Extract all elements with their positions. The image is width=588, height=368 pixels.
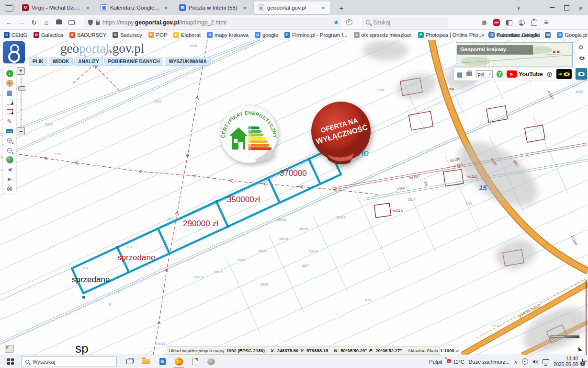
bookmark-item[interactable]: FFirmino.pl - Program f... [284, 32, 348, 38]
speaker-icon[interactable]: )) [532, 359, 538, 364]
menu-widok[interactable]: WIDOK [49, 58, 73, 66]
other-bookmarks[interactable]: Pozostałe zakładki [488, 32, 540, 38]
desktop-toolbar[interactable]: Pulpit» [429, 359, 444, 365]
adblock-icon[interactable]: ABP [490, 17, 503, 28]
deselect-rect-icon[interactable] [6, 108, 14, 116]
extension-icon[interactable] [528, 17, 540, 28]
bookmark-item[interactable]: oolx sprzedz mieszkan [354, 32, 412, 38]
geoportal-logo[interactable] [3, 41, 25, 63]
form-icon[interactable] [457, 70, 463, 79]
calculator-icon[interactable]: ▦ [154, 355, 170, 368]
menu-wyszukiwania[interactable]: WYSZUKIWANIA [165, 58, 210, 66]
youtube-link[interactable]: YouTube [507, 70, 543, 78]
forward-icon[interactable] [15, 17, 28, 28]
gimp-icon[interactable] [203, 355, 219, 368]
tab-geoportal-active[interactable]: g geoportal.gov.pl × [254, 1, 330, 14]
bookmark-item[interactable]: PPOP [148, 32, 167, 38]
account-icon[interactable] [515, 17, 528, 28]
new-tab-button[interactable] [334, 1, 349, 14]
clock[interactable]: 13:402025-05-08 [554, 356, 578, 368]
info-icon[interactable]: i [6, 69, 14, 78]
tab-virgo[interactable]: V Virgo - Michał Dzięcioł × [18, 1, 95, 14]
print-icon[interactable] [53, 17, 65, 28]
zoom-slider-handle[interactable] [18, 86, 25, 91]
helm-icon[interactable] [546, 70, 553, 79]
start-button[interactable] [0, 355, 21, 368]
map-corner-icon[interactable] [5, 345, 14, 353]
weather-desc[interactable]: Duże zachmurz... [469, 359, 510, 365]
measure-icon[interactable] [6, 117, 14, 126]
layers-visibility-button[interactable] [576, 68, 587, 80]
library-icon[interactable] [478, 17, 490, 28]
task-view-button[interactable] [122, 355, 138, 368]
tab-calendar[interactable]: ▦ Kalendarz Google - Tydzień, w × [97, 1, 173, 14]
tab-close-icon[interactable]: × [84, 4, 91, 12]
tab-close-icon[interactable]: × [163, 4, 170, 12]
camera-tray-icon[interactable] [522, 358, 528, 365]
bookmark-item[interactable]: CCEIdG [4, 32, 27, 38]
bookmark-star-icon[interactable] [333, 19, 339, 26]
bookmark-item[interactable]: GGalactica [34, 32, 63, 38]
menu-pobieranie-danych[interactable]: POBIERANIE DANYCH [104, 58, 164, 66]
firefox-view-icon[interactable] [5, 4, 13, 12]
window-restore-button[interactable] [559, 1, 574, 14]
sidebar-icon[interactable] [503, 17, 515, 28]
bookmark-item[interactable]: PPhotopea | Online Pho... [418, 32, 483, 38]
bookmark-item[interactable]: SSADURSCY [69, 32, 106, 38]
help-icon[interactable]: ? [497, 70, 503, 78]
bookmark-item[interactable]: EElaborat [173, 32, 201, 38]
bookmark-item[interactable]: Ggoogle [255, 32, 278, 38]
attribute-table-icon[interactable] [6, 89, 14, 97]
tab-close-icon[interactable]: × [320, 4, 327, 12]
firefox-icon[interactable] [170, 355, 187, 368]
language-select[interactable]: pol [476, 70, 493, 78]
zoom-slider-track[interactable] [21, 76, 22, 126]
resize-handle-icon[interactable] [578, 347, 583, 351]
pocket-icon[interactable] [343, 17, 355, 28]
window-minimize-button[interactable] [545, 1, 559, 14]
zoom-plus-button[interactable]: + [17, 67, 25, 75]
url-bar[interactable]: https://mapy.geoportal.gov.pl/imap/Imgp_… [84, 17, 343, 28]
bookmark-item[interactable]: SSadurscy [113, 32, 142, 38]
notifications-icon[interactable]: 2 [582, 359, 583, 365]
tracking-protection-shield-icon[interactable] [88, 20, 93, 25]
menu-analizy[interactable]: ANALIZY [74, 58, 102, 66]
tray-expand-chevron-icon[interactable] [514, 359, 517, 365]
screenshot-icon[interactable] [65, 17, 78, 28]
taskbar-search-box[interactable]: Wyszukaj [21, 356, 117, 367]
zoom-out-icon[interactable]: − [6, 146, 14, 154]
window-close-button[interactable] [574, 1, 588, 14]
tab-close-icon[interactable]: × [241, 4, 248, 12]
back-arrow-icon[interactable] [6, 165, 14, 173]
zoom-in-icon[interactable]: + [6, 137, 14, 145]
reload-icon[interactable] [28, 17, 40, 28]
libreoffice-icon[interactable] [187, 355, 203, 368]
url-text[interactable]: https://mapy.geoportal.gov.pl/imap/Imgp_… [102, 19, 330, 26]
globe-icon[interactable] [6, 156, 14, 164]
bookmark-item[interactable]: GGoogle.pl [557, 32, 587, 38]
file-explorer-icon[interactable] [138, 355, 154, 368]
bookmarks-overflow-chevron[interactable] [481, 32, 485, 38]
pan-icon[interactable]: + [6, 79, 14, 87]
home-icon[interactable] [40, 17, 53, 28]
forward-arrow-icon[interactable] [6, 175, 14, 183]
back-icon[interactable] [3, 17, 15, 28]
network-icon[interactable] [543, 359, 549, 364]
gear-icon[interactable]: ⚙ [576, 43, 586, 52]
tab-list-chevron-icon[interactable] [511, 1, 526, 14]
printer-icon[interactable] [466, 72, 472, 76]
scale-icon[interactable]: ≍≍ [6, 127, 14, 135]
select-rect-icon[interactable] [6, 98, 14, 106]
zoom-slider[interactable]: + − [17, 67, 25, 135]
weather-temp[interactable]: 11°C [453, 359, 464, 365]
zoom-minus-button[interactable]: − [17, 127, 25, 135]
bookmark-item[interactable]: Gmapy krakowa [207, 32, 249, 38]
clear-icon[interactable] [6, 184, 14, 193]
geoportal-map-viewport[interactable]: geoportal.gov.pl PLIK WIDOK ANALIZY POBI… [0, 40, 588, 355]
tab-mail[interactable]: ✉ Poczta w Interii (55) × [175, 1, 252, 14]
overview-minimap[interactable]: Geoportal krajowy ✕✕ [456, 42, 573, 67]
visibility-toggle-icon[interactable] [577, 55, 586, 62]
accessibility-contrast-toggle[interactable]: ➔ [556, 69, 572, 79]
menu-plik[interactable]: PLIK [29, 58, 47, 66]
browser-search-box[interactable]: Szukaj [362, 17, 448, 28]
